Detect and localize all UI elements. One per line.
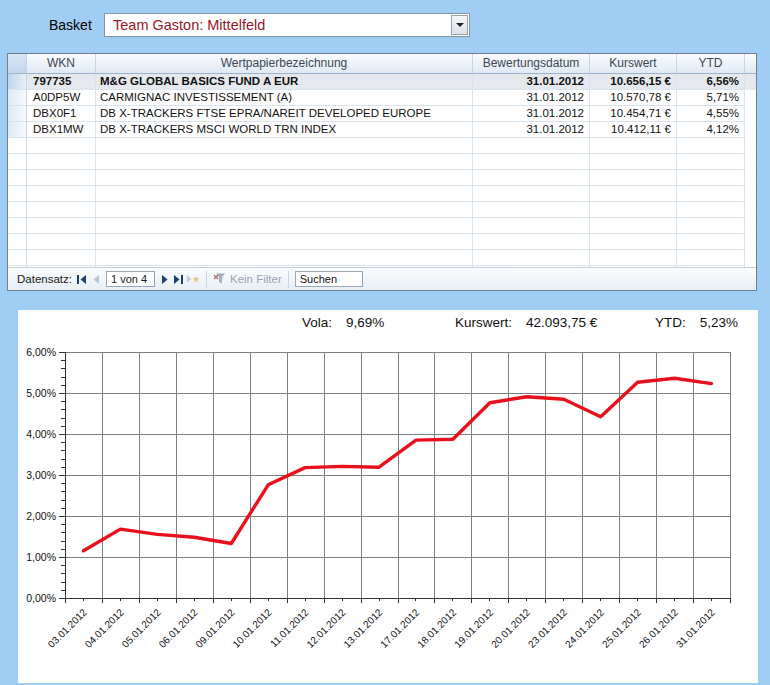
filler-cell (745, 170, 756, 186)
kurswert-label: Kurswert: (455, 315, 512, 330)
table-empty-row[interactable] (8, 170, 756, 186)
table-empty-row[interactable] (8, 218, 756, 234)
table-row[interactable]: A0DP5WCARMIGNAC INVESTISSEMENT (A)31.01.… (8, 90, 756, 106)
securities-table: WKNWertpapierbezeichnungBewertungsdatumK… (7, 53, 757, 291)
record-selector[interactable] (8, 186, 27, 202)
cell-wkn: DBX0F1 (27, 106, 96, 122)
table-empty-row[interactable] (8, 138, 756, 154)
cell-wkn (27, 154, 96, 170)
cell-name: M&G GLOBAL BASICS FUND A EUR (96, 74, 473, 90)
next-record-button[interactable] (158, 272, 172, 286)
performance-chart: 0,00%1,00%2,00%3,00%4,00%5,00%6,00%03.01… (18, 310, 758, 683)
column-header-name[interactable]: Wertpapierbezeichnung (96, 54, 473, 74)
filter-status[interactable]: Kein Filter (213, 273, 282, 285)
filler-cell (745, 218, 756, 234)
table-empty-row[interactable] (8, 186, 756, 202)
cell-wkn (27, 138, 96, 154)
next-record-icon (161, 275, 169, 284)
vola-stat: Vola:9,69% (302, 315, 384, 330)
last-record-icon (173, 275, 184, 284)
filler-cell (745, 250, 756, 266)
record-selector[interactable] (8, 74, 27, 90)
cell-kurs: 10.454,71 € (590, 106, 677, 122)
cell-date (473, 234, 590, 250)
table-row[interactable]: 797735M&G GLOBAL BASICS FUND A EUR31.01.… (8, 74, 756, 90)
cell-date (473, 170, 590, 186)
table-empty-row[interactable] (8, 154, 756, 170)
table-row[interactable]: DBX0F1DB X-TRACKERS FTSE EPRA/NAREIT DEV… (8, 106, 756, 122)
filler-cell (745, 234, 756, 250)
cell-date: 31.01.2012 (473, 122, 590, 138)
cell-kurs: 10.570,78 € (590, 90, 677, 106)
table-empty-row[interactable] (8, 234, 756, 250)
svg-text:0,00%: 0,00% (26, 592, 56, 604)
new-record-button[interactable] (186, 272, 200, 286)
basket-combobox[interactable]: Team Gaston: Mittelfeld (104, 13, 470, 37)
basket-value: Team Gaston: Mittelfeld (113, 17, 265, 33)
table-empty-row[interactable] (8, 202, 756, 218)
cell-date (473, 202, 590, 218)
cell-ytd (677, 234, 745, 250)
column-header-date[interactable]: Bewertungsdatum (473, 54, 590, 74)
record-selector[interactable] (8, 218, 27, 234)
cell-ytd (677, 202, 745, 218)
cell-wkn (27, 170, 96, 186)
ytd-value: 5,23% (700, 315, 738, 330)
cell-ytd (677, 186, 745, 202)
cell-name: DB X-TRACKERS FTSE EPRA/NAREIT DEVELOPED… (96, 106, 473, 122)
cell-kurs (590, 138, 677, 154)
first-record-button[interactable] (75, 272, 89, 286)
filler-cell (745, 138, 756, 154)
column-header-kurs[interactable]: Kurswert (590, 54, 677, 74)
record-selector[interactable] (8, 250, 27, 266)
svg-text:4,00%: 4,00% (26, 428, 56, 440)
record-selector[interactable] (8, 170, 27, 186)
cell-ytd (677, 154, 745, 170)
svg-text:3,00%: 3,00% (26, 469, 56, 481)
record-selector[interactable] (8, 202, 27, 218)
cell-ytd: 5,71% (677, 90, 745, 106)
filler-cell (745, 74, 756, 90)
cell-wkn (27, 218, 96, 234)
last-record-button[interactable] (172, 272, 186, 286)
cell-kurs (590, 170, 677, 186)
table-empty-row[interactable] (8, 250, 756, 266)
record-selector[interactable] (8, 234, 27, 250)
cell-date: 31.01.2012 (473, 74, 590, 90)
svg-text:31.01.2012: 31.01.2012 (674, 606, 717, 649)
cell-date (473, 186, 590, 202)
cell-kurs (590, 154, 677, 170)
cell-date (473, 138, 590, 154)
cell-ytd: 6,56% (677, 74, 745, 90)
table-grid: WKNWertpapierbezeichnungBewertungsdatumK… (8, 54, 756, 267)
combo-dropdown-button[interactable] (451, 15, 468, 35)
filler-cell (745, 186, 756, 202)
cell-date (473, 250, 590, 266)
record-selector[interactable] (8, 106, 27, 122)
cell-name (96, 234, 473, 250)
table-row[interactable]: DBX1MWDB X-TRACKERS MSCI WORLD TRN INDEX… (8, 122, 756, 138)
vola-value: 9,69% (346, 315, 384, 330)
previous-record-button[interactable] (89, 272, 103, 286)
search-input[interactable] (295, 271, 363, 287)
cell-ytd (677, 218, 745, 234)
cell-ytd: 4,12% (677, 122, 745, 138)
separator (206, 271, 207, 288)
cell-name (96, 202, 473, 218)
new-record-icon (186, 274, 200, 284)
column-header-wkn[interactable]: WKN (27, 54, 96, 74)
cell-name: CARMIGNAC INVESTISSEMENT (A) (96, 90, 473, 106)
record-selector[interactable] (8, 122, 27, 138)
cell-name (96, 186, 473, 202)
record-selector[interactable] (8, 90, 27, 106)
record-selector[interactable] (8, 138, 27, 154)
column-header-ytd[interactable]: YTD (677, 54, 745, 74)
record-counter[interactable]: 1 von 4 (106, 271, 155, 287)
previous-record-icon (92, 275, 100, 284)
vola-label: Vola: (302, 315, 332, 330)
cell-kurs: 10.656,15 € (590, 74, 677, 90)
record-selector[interactable] (8, 154, 27, 170)
cell-ytd: 4,55% (677, 106, 745, 122)
cell-wkn (27, 234, 96, 250)
cell-ytd (677, 138, 745, 154)
